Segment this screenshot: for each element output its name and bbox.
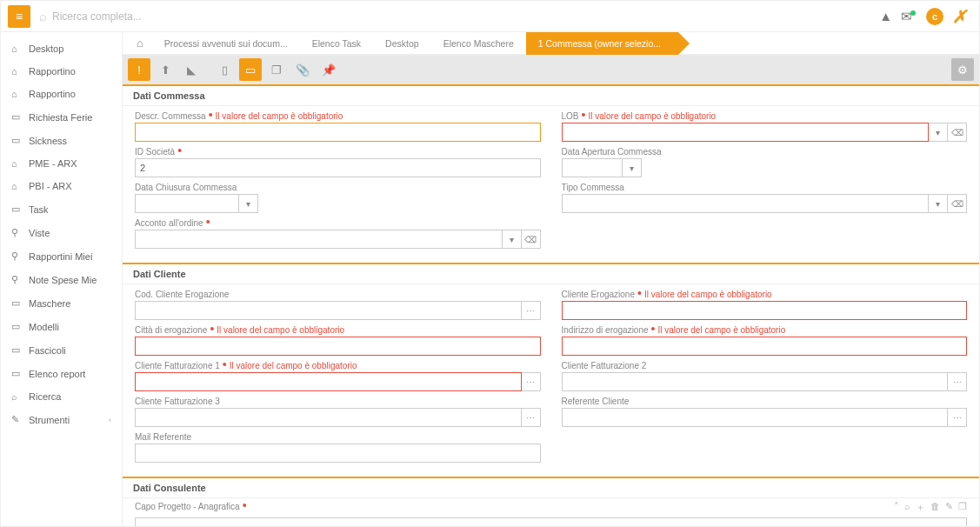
cliente-erogazione-input[interactable] xyxy=(562,301,968,320)
pin-button[interactable]: 📌 xyxy=(317,58,340,81)
dropdown-button[interactable]: ▾ xyxy=(239,194,258,213)
required-icon: • xyxy=(206,219,210,224)
mail-referente-input[interactable] xyxy=(135,444,541,463)
breadcrumb-item[interactable]: Elenco Task xyxy=(300,32,373,55)
avatar[interactable]: c xyxy=(926,8,943,25)
add-icon[interactable]: ＋ xyxy=(916,501,925,514)
home-icon: ⌂ xyxy=(11,66,22,77)
sidebar-item-ricerca[interactable]: ⌕Ricerca xyxy=(1,385,122,408)
clear-button[interactable]: ⌫ xyxy=(522,230,541,249)
lookup-button[interactable]: ⋯ xyxy=(948,372,967,391)
section-header-consulente: Dati Consulente xyxy=(123,477,979,498)
field-data-chiusura: Data Chiusura Commessa ▾ xyxy=(135,183,541,213)
sidebar-item-note-spese-mie[interactable]: ⚲Note Spese Mie xyxy=(1,268,122,291)
field-lob: LOB•Il valore del campo è obbligatorio ▾… xyxy=(562,111,968,142)
app-logo-icon[interactable]: ✗ xyxy=(952,6,967,27)
sidebar-item-elenco-report[interactable]: ▭Elenco report xyxy=(1,362,122,385)
dropdown-button[interactable]: ▾ xyxy=(929,123,948,142)
sidebar-item-label: Fascicoli xyxy=(29,345,66,356)
copy-icon[interactable]: ❐ xyxy=(958,501,967,514)
sidebar-item-desktop[interactable]: ⌂Desktop xyxy=(1,37,122,60)
indirizzo-erogazione-input[interactable] xyxy=(562,337,968,356)
cod-erogazione-input[interactable] xyxy=(135,301,522,320)
data-chiusura-input[interactable] xyxy=(135,194,239,213)
fatt1-input[interactable] xyxy=(135,372,522,391)
form-scroll[interactable]: Dati Commessa Descr. Commessa•Il valore … xyxy=(123,84,979,526)
acconto-input[interactable] xyxy=(135,230,503,249)
sidebar-item-rapportini-miei[interactable]: ⚲Rapportini Miei xyxy=(1,244,122,268)
dropdown-button[interactable]: ▾ xyxy=(623,158,642,177)
descr-commessa-input[interactable] xyxy=(135,123,541,142)
breadcrumb-item[interactable]: Processi avvenuti sui docum... xyxy=(152,32,300,55)
search-icon: ⌕ xyxy=(39,9,47,23)
field-error: Il valore del campo è obbligatorio xyxy=(588,111,716,121)
sidebar-item-rapportino-2[interactable]: ⌂Rapportino xyxy=(1,83,122,105)
sidebar-item-pbi-arx[interactable]: ⌂PBI - ARX xyxy=(1,175,122,197)
id-societa-input[interactable] xyxy=(135,158,541,177)
citta-erogazione-input[interactable] xyxy=(135,337,541,356)
required-icon: • xyxy=(651,326,656,331)
sidebar-item-label: Rapportini Miei xyxy=(29,251,92,262)
menu-toggle-button[interactable]: ≡ xyxy=(8,5,30,28)
capo-progetto-grid[interactable] xyxy=(135,517,967,526)
sidebar-item-pme-arx[interactable]: ⌂PME - ARX xyxy=(1,152,122,175)
attach-button[interactable]: 📎 xyxy=(291,58,314,81)
copy-button[interactable]: ❐ xyxy=(265,58,288,81)
sidebar-item-strumenti[interactable]: ✎Strumenti‹ xyxy=(1,408,122,431)
collapse-icon[interactable]: ˄ xyxy=(894,501,899,514)
dropdown-button[interactable]: ▾ xyxy=(503,230,522,249)
tipo-commessa-input[interactable] xyxy=(562,194,930,213)
fatt3-input[interactable] xyxy=(135,408,522,427)
lob-input[interactable] xyxy=(562,123,930,142)
field-label: ID Società xyxy=(135,147,175,157)
breadcrumb-home[interactable]: ⌂ xyxy=(128,32,152,55)
field-label: Indirizzo di erogazione xyxy=(562,325,649,335)
sidebar-item-maschere[interactable]: ▭Maschere xyxy=(1,291,122,315)
sidebar-item-label: PBI - ARX xyxy=(29,181,72,191)
lookup-button[interactable]: ⋯ xyxy=(522,372,541,391)
fatt2-input[interactable] xyxy=(562,372,949,391)
edit-icon[interactable]: ✎ xyxy=(945,501,953,514)
tag-button[interactable]: ◣ xyxy=(180,58,203,81)
global-search-input[interactable] xyxy=(52,10,313,23)
sidebar-item-richiesta-ferie[interactable]: ▭Richiesta Ferie xyxy=(1,105,122,129)
sidebar-item-label: Rapportino xyxy=(29,66,76,77)
lookup-button[interactable]: ⋯ xyxy=(522,301,541,320)
sidebar-item-label: Modelli xyxy=(29,322,59,332)
sidebar-item-viste[interactable]: ⚲Viste xyxy=(1,221,122,244)
field-label: LOB xyxy=(562,111,579,121)
breadcrumb-item[interactable]: Desktop xyxy=(373,32,431,55)
sidebar-item-fascicoli[interactable]: ▭Fascicoli xyxy=(1,338,122,362)
clear-button[interactable]: ⌫ xyxy=(948,194,967,213)
alert-icon[interactable]: ▲ xyxy=(879,9,892,23)
sidebar-item-label: Richiesta Ferie xyxy=(29,112,92,123)
referente-cliente-input[interactable] xyxy=(562,408,949,427)
home-icon: ⌂ xyxy=(11,43,22,54)
upload-button[interactable]: ⬆ xyxy=(154,58,177,81)
chat-icon[interactable]: ✉ xyxy=(901,9,917,24)
sidebar-item-task[interactable]: ▭Task xyxy=(1,197,122,221)
field-tipo-commessa: Tipo Commessa ▾⌫ xyxy=(562,183,968,213)
sidebar-item-label: Task xyxy=(29,204,49,215)
field-descr-commessa: Descr. Commessa•Il valore del campo è ob… xyxy=(135,111,541,142)
clear-button[interactable]: ⌫ xyxy=(948,123,967,142)
lookup-button[interactable]: ⋯ xyxy=(522,408,541,427)
lookup-button[interactable]: ⋯ xyxy=(948,408,967,427)
device-button[interactable]: ▯ xyxy=(213,58,236,81)
field-citta-erogazione: Città di erogazione•Il valore del campo … xyxy=(135,325,541,356)
breadcrumb-item-active[interactable]: 1 Commessa (owner selezio... xyxy=(526,32,678,55)
breadcrumb-item[interactable]: Elenco Maschere xyxy=(431,32,526,55)
sidebar-item-modelli[interactable]: ▭Modelli xyxy=(1,315,122,338)
view-button[interactable]: ▭ xyxy=(239,58,262,81)
delete-icon[interactable]: 🗑 xyxy=(930,501,940,514)
settings-button[interactable]: ⚙ xyxy=(951,58,974,81)
search-icon[interactable]: ⌕ xyxy=(904,501,910,514)
field-label: Referente Cliente xyxy=(562,397,630,406)
field-error: Il valore del campo è obbligatorio xyxy=(230,361,357,370)
data-apertura-input[interactable] xyxy=(562,158,623,177)
sidebar-item-rapportino[interactable]: ⌂Rapportino xyxy=(1,60,122,83)
dropdown-button[interactable]: ▾ xyxy=(929,194,948,213)
sidebar-item-sickness[interactable]: ▭Sickness xyxy=(1,129,122,152)
search-wrap: ⌕ xyxy=(30,9,879,23)
info-button[interactable]: ! xyxy=(128,58,150,81)
